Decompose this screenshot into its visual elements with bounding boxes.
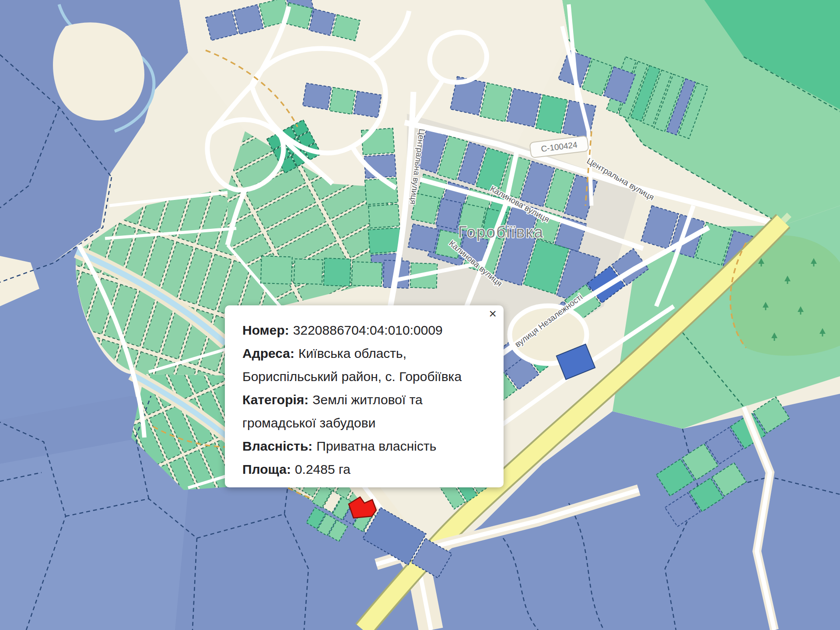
popup-field-ownership: Власність:Приватна власність <box>242 434 487 458</box>
popup-field-address: Адреса:Київська область, Бориспільський … <box>242 342 487 388</box>
popup-field-category: Категорія:Землі житлової та громадської … <box>242 388 487 434</box>
field-value: Приватна власність <box>316 439 436 453</box>
popup-close-button[interactable]: × <box>486 305 499 322</box>
field-value: 3220886704:04:010:0009 <box>293 323 443 337</box>
popup-field-area: Площа:0.2485 га <box>242 458 487 481</box>
place-label-horobiivka: Горобіївка <box>458 223 544 241</box>
field-label: Адреса: <box>242 346 294 360</box>
field-label: Категорія: <box>242 392 308 407</box>
popup-field-number: Номер:3220886704:04:010:0009 <box>242 318 487 342</box>
field-label: Номер: <box>242 323 289 337</box>
field-label: Власність: <box>242 439 312 453</box>
field-value: 0.2485 га <box>295 462 350 476</box>
parcel-info-popup: × Номер:3220886704:04:010:0009 Адреса:Ки… <box>225 305 504 487</box>
cadastral-map-canvas[interactable]: С-100424 Центральна вулиця Центральна ву… <box>0 0 840 630</box>
field-label: Площа: <box>242 462 291 476</box>
